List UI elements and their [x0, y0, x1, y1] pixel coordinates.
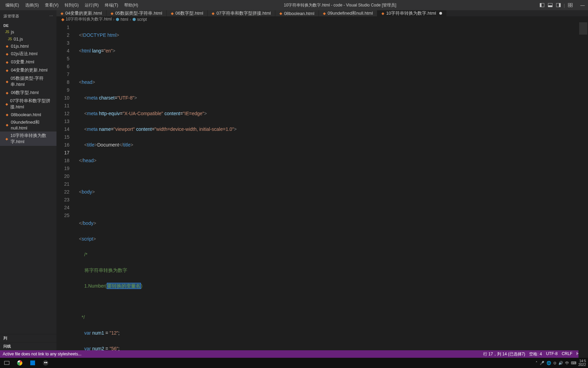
tree-item[interactable]: ◆06数字型.html	[0, 89, 56, 97]
editor-tab[interactable]: ◆04变量的更新.html	[56, 10, 107, 16]
html-file-icon: ◆	[5, 68, 10, 73]
sidebar: 源管理器 ⋯ DE JSjsJS01.js◆01js.html◆02js语法.h…	[0, 10, 56, 350]
crumb-file[interactable]: 10字符串转换为数字.html	[66, 16, 112, 22]
html-file-icon: ◆	[171, 11, 174, 16]
ime-indicator[interactable]: 中	[565, 361, 569, 366]
app-icon[interactable]	[28, 358, 37, 368]
menu-help[interactable]: 帮助(H)	[121, 1, 141, 10]
html-file-icon: ◆	[111, 11, 113, 16]
svg-rect-8	[568, 5, 570, 7]
tab-label: 10字符串转换为数字.html	[386, 10, 436, 16]
wifi-icon[interactable]: ⊙	[553, 361, 556, 365]
sidebar-more-icon[interactable]: ⋯	[49, 14, 53, 18]
dirty-indicator	[439, 12, 442, 15]
layout-controls: | —	[539, 2, 585, 8]
chrome-icon[interactable]	[15, 358, 24, 368]
sidebar-header: 源管理器 ⋯	[0, 10, 56, 22]
tree-item[interactable]: ◆01js.html	[0, 43, 56, 50]
html-file-icon: ◆	[5, 123, 10, 127]
editor-tab[interactable]: ◆08boolean.html	[275, 10, 319, 16]
tree-item-label: 03变量.html	[11, 59, 34, 65]
svg-rect-3	[548, 5, 552, 7]
timeline-section[interactable]: 问线	[0, 342, 56, 350]
file-tree: DE JSjsJS01.js◆01js.html◆02js语法.html◆03变…	[0, 22, 56, 147]
tab-label: 07字符串和数字型拼接.html	[216, 10, 271, 16]
html-file-icon: ◆	[323, 11, 326, 16]
tree-item[interactable]: ◆09undefined和null.html	[0, 118, 56, 132]
keyboard-icon[interactable]: ⌨	[571, 361, 576, 365]
html-file-icon: ◆	[5, 112, 10, 117]
tree-item[interactable]: ◆02js语法.html	[0, 50, 56, 58]
svg-point-15	[44, 362, 46, 363]
line-gutter: 1234567891011121314151617181920212223242…	[56, 22, 76, 368]
tab-label: 08boolean.html	[284, 11, 314, 16]
tab-bar: ◆04变量的更新.html◆05数据类型-字符串.html◆06数字型.html…	[56, 10, 588, 16]
tab-label: 06数字型.html	[176, 10, 203, 16]
menu-go[interactable]: 转到(G)	[62, 1, 81, 10]
editor-tab[interactable]: ◆10字符串转换为数字.html	[377, 10, 447, 16]
svg-rect-10	[4, 361, 9, 365]
toggle-right-icon[interactable]	[556, 2, 561, 8]
menu-edit[interactable]: 编辑(E)	[3, 1, 22, 10]
mic-icon[interactable]: 🎤	[540, 361, 544, 365]
tree-item-label: 08boolean.html	[11, 112, 41, 117]
html-file-icon: ◆	[5, 90, 10, 95]
tab-label: 09undefined和null.html	[328, 10, 373, 16]
system-tray: ˄ 🎤 🌐 ⊙ 🔊 中 ⌨ 14:5 2022	[536, 359, 586, 367]
tree-item[interactable]: ◆03变量.html	[0, 58, 56, 66]
toggle-sidebar-icon[interactable]	[539, 2, 545, 8]
svg-rect-7	[571, 3, 572, 5]
sidebar-title: 源管理器	[3, 14, 19, 19]
tree-item[interactable]: ◆08boolean.html	[0, 111, 56, 118]
globe-icon[interactable]: 🌐	[546, 361, 551, 365]
js-file-icon: JS	[5, 30, 10, 34]
tree-item-label: 02js语法.html	[11, 51, 37, 57]
taskbar: ˄ 🎤 🌐 ⊙ 🔊 中 ⌨ 14:5 2022	[0, 358, 588, 368]
html-file-icon: ◆	[212, 11, 214, 16]
crumb-html[interactable]: html	[120, 17, 128, 22]
outline-section[interactable]: 列	[0, 334, 56, 342]
crumb-script[interactable]: script	[137, 17, 147, 22]
title-bar: 编辑(E) 选择(S) 查看(V) 转到(G) 运行(R) 终端(T) 帮助(H…	[0, 0, 588, 10]
tree-item-label: 07字符串和数字型拼接.html	[10, 98, 55, 110]
tree-item[interactable]: ◆05数据类型-字符串.html	[0, 74, 56, 89]
menu-view[interactable]: 查看(V)	[42, 1, 61, 10]
customize-layout-icon[interactable]	[568, 2, 573, 8]
tree-item[interactable]: JS01.js	[0, 35, 56, 43]
html-file-icon: ◆	[5, 136, 9, 141]
clock[interactable]: 14:5 2022	[578, 359, 586, 367]
html-file-icon: ◆	[5, 79, 9, 84]
menu-select[interactable]: 选择(S)	[22, 1, 42, 10]
svg-rect-9	[571, 5, 572, 7]
code-content[interactable]: <!DOCTYPE html> <html lang="en"> <head> …	[76, 22, 588, 368]
editor-tab[interactable]: ◆09undefined和null.html	[319, 10, 377, 16]
menu-terminal[interactable]: 终端(T)	[102, 1, 121, 10]
tree-item[interactable]: ◆07字符串和数字型拼接.html	[0, 97, 56, 111]
minimap[interactable]	[578, 22, 588, 368]
tray-up-icon[interactable]: ˄	[536, 361, 538, 365]
html-file-icon: ◆	[5, 102, 9, 106]
sound-icon[interactable]: 🔊	[558, 361, 563, 365]
code-editor[interactable]: 1234567891011121314151617181920212223242…	[56, 22, 588, 368]
html-file-icon: ◆	[5, 51, 10, 56]
tree-item-label: 09undefined和null.html	[11, 119, 55, 131]
editor-tab[interactable]: ◆06数字型.html	[167, 10, 208, 16]
svg-rect-6	[568, 3, 570, 5]
editor-tab[interactable]: ◆05数据类型-字符串.html	[107, 10, 167, 16]
html-file-icon: ◆	[5, 60, 10, 64]
svg-rect-5	[559, 3, 560, 7]
toggle-panel-icon[interactable]	[548, 2, 553, 8]
minimize-icon[interactable]: —	[580, 2, 585, 8]
tree-root[interactable]: DE	[0, 23, 56, 28]
breadcrumbs[interactable]: ◆10字符串转换为数字.html › ⬢html › ⬢script	[56, 16, 588, 22]
svg-rect-13	[30, 361, 35, 365]
tree-item[interactable]: JSjs	[0, 28, 56, 35]
taskview-icon[interactable]	[2, 358, 12, 368]
html-file-icon: ◆	[61, 11, 63, 16]
tree-item-label: 06数字型.html	[11, 90, 39, 96]
editor-tab[interactable]: ◆07字符串和数字型拼接.html	[208, 10, 275, 16]
tree-item[interactable]: ◆04变量的更新.html	[0, 66, 56, 74]
tree-item[interactable]: ◆10字符串转换为数字.html	[0, 132, 56, 146]
app2-icon[interactable]	[41, 358, 50, 368]
menu-run[interactable]: 运行(R)	[82, 1, 101, 10]
